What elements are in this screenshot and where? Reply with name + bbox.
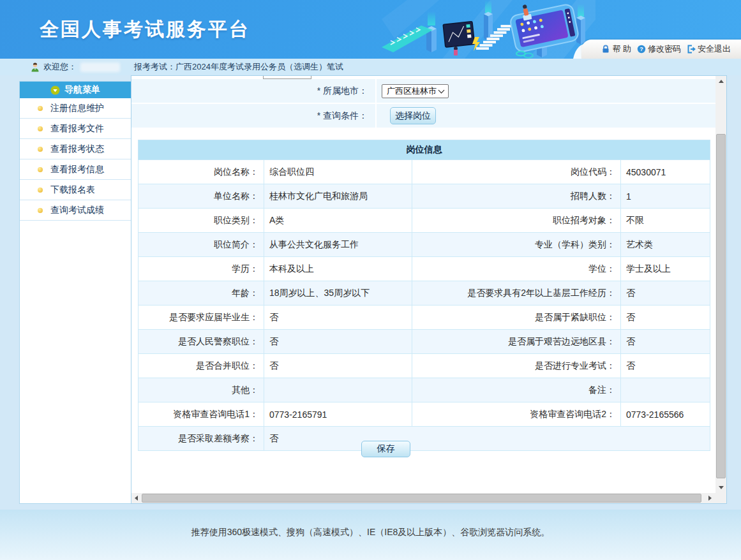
field-value: A类 [264, 209, 412, 233]
sidebar-item-label: 查看报考文件 [50, 123, 104, 135]
triangle-left-icon [135, 496, 138, 501]
horizontal-scrollbar-thumb[interactable] [142, 494, 701, 503]
scroll-down-arrow[interactable] [715, 482, 726, 493]
welcome-bar: 欢迎您： 报考考试： 广西2024年度考试录用公务员（选调生）笔试 [0, 59, 741, 75]
sidebar-item-label: 查看报考状态 [50, 144, 104, 155]
triangle-down-icon [719, 486, 724, 489]
table-row: 是否采取差额考察：否 [138, 427, 710, 451]
header: 全国人事考试服务平台 帮 助 ? 修改密码 [0, 0, 741, 59]
horizontal-scrollbar[interactable] [131, 493, 715, 503]
page: 全国人事考试服务平台 帮 助 ? 修改密码 [0, 0, 741, 560]
table-row: 其他：备注： [138, 378, 710, 402]
field-value: 否 [621, 306, 710, 330]
sidebar-menu-items: 注册信息维护查看报考文件查看报考状态查看报考信息下载报名表查询考试成绩 [20, 98, 131, 221]
header-illustration [382, 0, 595, 59]
field-value: 0773-2165566 [621, 402, 710, 427]
field-label: 学历： [138, 257, 264, 281]
sidebar-item-label: 查看报考信息 [50, 164, 104, 175]
scrollbar-corner [715, 493, 726, 503]
field-label: 是否合并职位： [138, 354, 264, 378]
header-actions: 帮 助 ? 修改密码 安全退出 [581, 40, 741, 59]
change-password-button[interactable]: ? 修改密码 [637, 43, 681, 55]
field-label: 是否属于艰苦边远地区县： [412, 330, 621, 354]
position-table-body: 岗位名称：综合职位四岗位代码：45030071单位名称：桂林市文化广电和旅游局招… [138, 160, 710, 451]
field-value [264, 378, 412, 402]
field-value: 否 [621, 354, 710, 378]
triangle-up-icon [719, 80, 724, 83]
field-value [621, 378, 710, 402]
sidebar-item[interactable]: 查看报考文件 [20, 119, 131, 139]
table-row: 单位名称：桂林市文化广电和旅游局招聘人数：1 [138, 184, 710, 209]
field-label: 职位类别： [138, 209, 264, 233]
sidebar-item[interactable]: 查看报考信息 [20, 159, 131, 180]
logout-button[interactable]: 安全退出 [687, 43, 731, 55]
sidebar-header[interactable]: 导航菜单 [20, 82, 131, 98]
sidebar: 导航菜单 注册信息维护查看报考文件查看报考状态查看报考信息下载报名表查询考试成绩 [19, 81, 131, 504]
sidebar-item-label: 下载报名表 [50, 184, 95, 196]
field-value: 否 [621, 281, 710, 306]
field-label: 单位名称： [138, 184, 264, 209]
bullet-icon [38, 167, 43, 172]
logout-icon [687, 45, 696, 54]
footer: 推荐使用360极速模式、搜狗（高速模式）、IE（IE8及以上版本）、谷歌浏览器访… [0, 510, 741, 560]
user-avatar-icon [31, 63, 40, 72]
help-button[interactable]: 帮 助 [601, 43, 631, 55]
field-value: 1 [621, 184, 710, 209]
city-select-value: 广西区桂林市 [387, 85, 437, 97]
field-value: 18周岁以上、35周岁以下 [264, 281, 412, 306]
table-row: 年龄：18周岁以上、35周岁以下是否要求具有2年以上基层工作经历：否 [138, 281, 710, 306]
scroll-left-arrow[interactable] [131, 493, 140, 503]
logout-label: 安全退出 [698, 43, 731, 55]
field-label: 备注： [412, 378, 621, 402]
field-value: 45030071 [621, 160, 710, 184]
select-position-button[interactable]: 选择岗位 [390, 107, 436, 124]
bullet-icon [38, 188, 43, 193]
field-value: 否 [264, 306, 412, 330]
field-label: 是否进行专业考试： [412, 354, 621, 378]
position-info-table: 岗位信息 岗位名称：综合职位四岗位代码：45030071单位名称：桂林市文化广电… [138, 140, 710, 451]
field-value: 桂林市文化广电和旅游局 [264, 184, 412, 209]
triangle-right-icon [708, 496, 712, 501]
save-button[interactable]: 保存 [361, 441, 410, 457]
change-password-label: 修改密码 [648, 43, 681, 55]
sidebar-item[interactable]: 查询考试成绩 [20, 200, 131, 221]
field-label: 职位招考对象： [412, 209, 621, 233]
lock-icon [601, 45, 610, 54]
nav-menu-icon [50, 85, 60, 95]
table-row: 职位类别：A类职位招考对象：不限 [138, 209, 710, 233]
bullet-icon [38, 126, 43, 131]
field-value: 否 [621, 330, 710, 354]
exam-prefix: 报考考试： [134, 61, 176, 73]
vertical-scrollbar[interactable] [715, 76, 726, 493]
vertical-scrollbar-thumb[interactable] [716, 134, 726, 478]
field-label: 是否要求应届毕业生： [138, 306, 264, 330]
field-value: 艺术类 [621, 233, 710, 257]
table-row: 是否合并职位：否是否进行专业考试：否 [138, 354, 710, 378]
field-value: 本科及以上 [264, 257, 412, 281]
field-label: 岗位代码： [412, 160, 621, 184]
bullet-icon [38, 106, 43, 111]
field-label: 学位： [412, 257, 621, 281]
bullet-icon [38, 147, 43, 152]
field-label: 岗位名称： [138, 160, 264, 184]
page-title: 全国人事考试服务平台 [40, 17, 250, 43]
field-value: 学士及以上 [621, 257, 710, 281]
city-select[interactable]: 广西区桂林市 [382, 84, 449, 98]
sidebar-item[interactable]: 注册信息维护 [20, 98, 131, 119]
field-label: 职位简介： [138, 233, 264, 257]
exam-name: 广西2024年度考试录用公务员（选调生）笔试 [176, 61, 343, 73]
city-label: * 所属地市： [131, 79, 377, 103]
query-form-row: * 查询条件： 选择岗位 [131, 104, 715, 128]
field-label: 是否属于紧缺职位： [412, 306, 621, 330]
browser-recommendation: 推荐使用360极速模式、搜狗（高速模式）、IE（IE8及以上版本）、谷歌浏览器访… [0, 510, 741, 538]
field-label: 是否采取差额考察： [138, 427, 264, 451]
scroll-up-arrow[interactable] [715, 76, 726, 87]
scroll-right-arrow[interactable] [705, 493, 714, 503]
field-label: 资格审查咨询电话1： [138, 402, 264, 427]
field-value: 否 [264, 427, 710, 451]
field-label: 专业（学科）类别： [412, 233, 621, 257]
sidebar-item[interactable]: 查看报考状态 [20, 139, 131, 159]
help-label: 帮 助 [612, 43, 631, 55]
field-label: 资格审查咨询电话2： [412, 402, 621, 427]
sidebar-item[interactable]: 下载报名表 [20, 180, 131, 200]
